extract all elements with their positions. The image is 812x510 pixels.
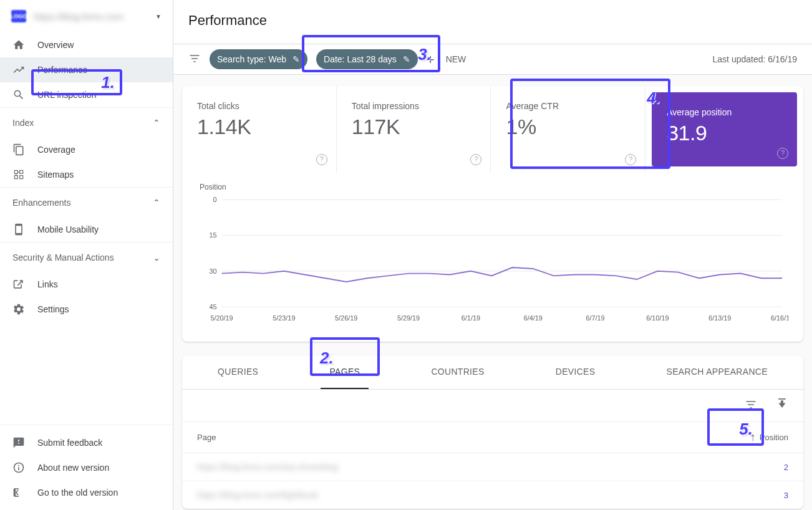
nav-main: Overview Performance URL inspection Inde… [0,32,173,425]
table-tools [182,390,803,421]
table-head: Page ↑Position [182,421,803,453]
nav-about[interactable]: About new version [0,455,173,480]
metric-value: 31.9 [667,121,707,145]
svg-text:6/4/19: 6/4/19 [524,314,543,322]
property-selector[interactable]: LOGO https://blog.fomo.com ▼ [0,0,173,32]
row-page: https://blog.fomo.com/lightbook [197,490,713,500]
table-row[interactable]: https://blog.fomo.com/top-shoesblog 2 [182,453,803,481]
row-position: 2 [713,463,788,472]
sidebar: LOGO https://blog.fomo.com ▼ Overview Pe… [0,0,173,510]
filter-search-type-label: Search type: Web [217,54,286,64]
section-index[interactable]: Index ⌃ [0,107,173,137]
tab-queries[interactable]: QUERIES [209,355,267,389]
tab-pages[interactable]: PAGES [321,355,369,389]
metric-avg-ctr[interactable]: Average CTR 1% ? [491,86,645,173]
section-enhancements[interactable]: Enhancements ⌃ [0,187,173,217]
main: Performance Search type: Web ✎ Date: Las… [173,0,812,510]
col-position-label: Position [760,433,788,442]
nav-mobile-usability[interactable]: Mobile Usability [0,217,173,242]
tab-devices[interactable]: DEVICES [547,355,604,389]
metric-value: 1% [506,115,536,138]
tab-search-appearance[interactable]: SEARCH APPEARANCE [658,355,776,389]
help-icon[interactable]: ? [470,154,481,165]
help-icon[interactable]: ? [777,148,788,159]
nav-settings-label: Settings [37,304,69,314]
metric-label: Average position [667,107,782,117]
svg-text:5/26/19: 5/26/19 [335,314,357,322]
section-security[interactable]: Security & Manual Actions ⌃ [0,242,173,272]
chart-area: Position 01530455/20/195/23/195/26/195/2… [182,173,803,342]
svg-text:6/1/19: 6/1/19 [462,314,480,322]
nav-about-label: About new version [37,463,109,473]
feedback-icon [12,436,25,449]
nav-old-version[interactable]: Go to the old version [0,480,173,505]
metric-total-clicks[interactable]: Total clicks 1.14K ? [182,86,337,173]
svg-text:6/10/19: 6/10/19 [646,314,669,322]
nav-overview-label: Overview [37,40,74,50]
metric-value: 1.14K [197,115,251,138]
help-icon[interactable]: ? [316,154,327,165]
section-security-label: Security & Manual Actions [12,253,114,262]
download-icon[interactable] [776,398,788,413]
nav-overview[interactable]: Overview [0,32,173,57]
nav-performance-label: Performance [37,65,87,75]
nav-mobile-label: Mobile Usability [37,224,99,234]
tab-countries[interactable]: COUNTRIES [422,355,493,389]
nav-coverage-label: Coverage [37,145,75,155]
info-icon [12,461,25,474]
section-index-label: Index [12,118,34,128]
nav-urlinsp-label: URL inspection [37,90,96,100]
position-chart: 01530455/20/195/23/195/26/195/29/196/1/1… [197,194,788,325]
tabs-row: QUERIES PAGES COUNTRIES DEVICES SEARCH A… [182,355,803,390]
performance-card: Total clicks 1.14K ? Total impressions 1… [182,86,803,342]
table-row[interactable]: https://blog.fomo.com/lightbook 3 [182,481,803,509]
col-page: Page [197,433,713,442]
new-filter-button[interactable]: NEW [446,54,466,64]
nav-feedback-label: Submit feedback [37,438,102,448]
nav-performance[interactable]: Performance [0,57,173,82]
svg-text:15: 15 [210,231,217,239]
plus-icon[interactable]: + [427,53,435,67]
svg-text:0: 0 [213,196,217,203]
edit-icon: ✎ [292,54,300,64]
property-logo: LOGO [11,10,26,22]
svg-text:30: 30 [210,267,217,275]
nav-coverage[interactable]: Coverage [0,137,173,162]
chevron-up-icon: ⌃ [153,198,160,208]
filter-icon[interactable] [188,52,201,67]
section-enh-label: Enhancements [12,198,70,208]
col-position[interactable]: ↑Position [713,431,788,444]
smartphone-icon [12,223,25,236]
row-page: https://blog.fomo.com/top-shoesblog [197,462,713,472]
filter-date[interactable]: Date: Last 28 days ✎ [316,49,418,69]
chart-title: Position [197,183,788,191]
metric-avg-position[interactable]: Average position 31.9 ? [652,92,797,166]
page-title: Performance [173,0,812,44]
links-icon [12,278,25,291]
nav-sitemaps[interactable]: Sitemaps [0,162,173,187]
last-updated: Last updated: 6/16/19 [713,54,797,64]
help-icon[interactable]: ? [625,154,636,165]
nav-feedback[interactable]: Submit feedback [0,430,173,455]
sitemap-icon [12,168,25,181]
metric-label: Total impressions [352,101,476,111]
nav-old-label: Go to the old version [37,488,118,498]
svg-text:6/16/19: 6/16/19 [771,314,788,322]
row-position: 3 [713,491,788,500]
nav-url-inspection[interactable]: URL inspection [0,82,173,107]
filter-bar: Search type: Web ✎ Date: Last 28 days ✎ … [173,44,812,75]
nav-links[interactable]: Links [0,272,173,297]
nav-settings[interactable]: Settings [0,297,173,322]
gear-icon [12,303,25,315]
svg-text:6/7/19: 6/7/19 [586,314,604,322]
metric-label: Total clicks [197,101,321,111]
metric-total-impressions[interactable]: Total impressions 117K ? [337,86,491,173]
filter-search-type[interactable]: Search type: Web ✎ [210,49,307,69]
filter-date-label: Date: Last 28 days [324,54,397,64]
metrics-row: Total clicks 1.14K ? Total impressions 1… [182,86,803,173]
svg-text:45: 45 [210,303,217,310]
svg-text:5/29/19: 5/29/19 [397,314,420,322]
exit-icon [12,486,25,499]
nav-sitemaps-label: Sitemaps [37,170,74,180]
table-filter-icon[interactable] [745,398,757,413]
